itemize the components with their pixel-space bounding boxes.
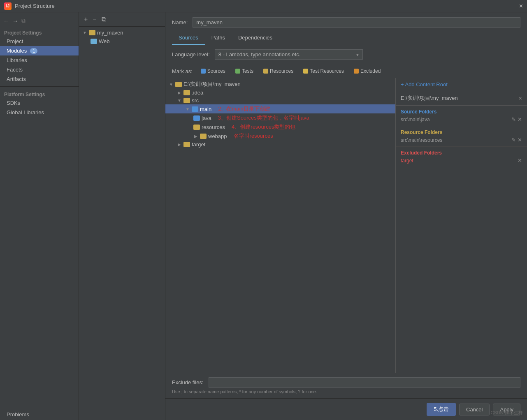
module-tree-item-my-maven[interactable]: ▼ my_maven xyxy=(79,28,165,37)
edit-resource-folder-button[interactable]: ✎ xyxy=(511,137,516,143)
lang-level-label: Language level: xyxy=(172,51,210,58)
exclude-hint-text: Use ; to separate name patterns, * for a… xyxy=(172,389,520,394)
folder-icon xyxy=(183,142,190,147)
mark-as-excluded-button[interactable]: Excluded xyxy=(351,67,384,75)
folder-blue-icon xyxy=(193,115,200,121)
main-layout: ← → ⧉ Project Settings Project Modules 1… xyxy=(0,12,527,420)
lang-select-wrapper: 8 - Lambdas, type annotations etc. 7 - D… xyxy=(215,49,363,60)
sources-color-dot xyxy=(201,69,206,74)
resource-folders-title: Resource Folders xyxy=(401,129,522,135)
sidebar-divider xyxy=(0,86,79,87)
remove-resource-folder-button[interactable]: ✕ xyxy=(518,137,522,143)
mark-as-tests-button[interactable]: Tests xyxy=(232,67,257,75)
file-tree-webapp[interactable]: ▶ webapp 名字叫resources xyxy=(165,132,395,141)
remove-source-folder-button[interactable]: ✕ xyxy=(518,116,522,122)
chevron-right-icon: ▶ xyxy=(177,142,182,147)
tree-toolbar: + − ⧉ xyxy=(79,12,165,27)
tab-sources[interactable]: Sources xyxy=(172,31,205,45)
add-content-root-button[interactable]: + Add Content Root xyxy=(396,78,527,91)
chevron-right-icon: ▶ xyxy=(193,134,198,138)
excluded-folders-section: Excluded Folders target ✕ xyxy=(396,147,527,167)
tab-paths[interactable]: Paths xyxy=(205,31,232,45)
resources-color-dot xyxy=(263,69,268,74)
close-window-button[interactable]: × xyxy=(519,3,523,9)
module-name-input[interactable] xyxy=(193,17,520,28)
file-tree-idea[interactable]: ▶ .idea xyxy=(165,89,395,97)
ok-button[interactable]: 5.点击 xyxy=(427,403,456,416)
file-tree-root[interactable]: ▼ E:\实训\项目\my_maven xyxy=(165,80,395,89)
folder-brown-icon xyxy=(193,125,200,130)
mark-as-row: Mark as: Sources Tests Resources xyxy=(165,64,527,78)
sidebar-item-label: Global Libraries xyxy=(7,109,44,115)
add-module-button[interactable]: + xyxy=(82,15,89,24)
exclude-files-label: Exclude files: xyxy=(172,379,204,385)
sidebar-item-label: Project xyxy=(7,38,23,44)
module-tree-item-web[interactable]: Web xyxy=(79,37,165,46)
source-folder-path: src\main\java xyxy=(401,117,508,122)
info-panel-close-button[interactable]: × xyxy=(519,95,522,102)
sidebar-item-modules[interactable]: Modules 1 xyxy=(0,46,79,55)
sidebar-item-libraries[interactable]: Libraries xyxy=(0,55,79,65)
sidebar-item-label: Artifacts xyxy=(7,76,26,82)
folder-blue-icon xyxy=(192,106,198,112)
copy-icon[interactable]: ⧉ xyxy=(21,17,26,24)
sidebar-item-global-libraries[interactable]: Global Libraries xyxy=(0,108,79,117)
file-tree-main[interactable]: ▼ main 2、在main目录下创建 xyxy=(165,104,395,113)
info-panel: + Add Content Root E:\实训\项目\my_maven × S… xyxy=(395,78,527,373)
chevron-down-icon: ▼ xyxy=(185,107,190,111)
lang-level-select[interactable]: 8 - Lambdas, type annotations etc. 7 - D… xyxy=(215,49,363,60)
cancel-button[interactable]: Cancel xyxy=(459,404,490,415)
modules-badge: 1 xyxy=(30,48,37,54)
source-folder-row: src\main\java ✎ ✕ xyxy=(401,116,522,122)
right-panel: Name: Sources Paths Dependencies Languag… xyxy=(165,12,527,420)
title-bar: IJ Project Structure × xyxy=(0,0,527,12)
copy-module-button[interactable]: ⧉ xyxy=(100,15,108,24)
sidebar-item-sdks[interactable]: SDKs xyxy=(0,98,79,108)
sidebar-item-problems[interactable]: Problems xyxy=(0,409,79,420)
file-tree-resources[interactable]: resources 4、创建resources类型的包 xyxy=(165,122,395,132)
window-title: Project Structure xyxy=(15,3,55,9)
sidebar-item-label: SDKs xyxy=(7,100,20,106)
nav-back-icon[interactable]: ← xyxy=(3,18,9,24)
project-settings-header: Project Settings xyxy=(0,28,79,37)
tabs-bar: Sources Paths Dependencies xyxy=(165,31,527,45)
nav-forward-icon[interactable]: → xyxy=(12,18,18,24)
remove-module-button[interactable]: − xyxy=(91,15,98,24)
bottom-area: Exclude files: Use ; to separate name pa… xyxy=(165,373,527,398)
edit-source-folder-button[interactable]: ✎ xyxy=(511,116,516,122)
nav-arrows: ← → ⧉ xyxy=(0,16,79,28)
file-tree-src[interactable]: ▼ src xyxy=(165,97,395,104)
content-area: + − ⧉ ▼ my_maven Web xyxy=(79,12,527,420)
tab-dependencies[interactable]: Dependencies xyxy=(232,31,279,45)
source-folder-actions: ✎ ✕ xyxy=(511,116,522,122)
sidebar-item-label: Facets xyxy=(7,67,23,73)
excluded-folder-path: target xyxy=(401,158,514,164)
mark-as-test-resources-button[interactable]: Test Resources xyxy=(300,67,347,75)
source-folders-title: Source Folders xyxy=(401,109,522,115)
info-panel-title: E:\实训\项目\my_maven xyxy=(401,95,458,102)
info-panel-header: E:\实训\项目\my_maven × xyxy=(396,91,527,106)
sidebar-item-artifacts[interactable]: Artifacts xyxy=(0,74,79,84)
lang-level-row: Language level: 8 - Lambdas, type annota… xyxy=(165,45,527,64)
excluded-folder-row: target ✕ xyxy=(401,157,522,164)
folder-icon xyxy=(200,134,207,139)
module-tree-panel: + − ⧉ ▼ my_maven Web xyxy=(79,12,165,420)
file-tree-java[interactable]: java 3、创建Sources类型的包，名字叫java xyxy=(165,113,395,122)
mark-as-sources-button[interactable]: Sources xyxy=(197,67,229,75)
exclude-files-input[interactable] xyxy=(209,377,520,388)
resource-folders-section: Resource Folders src\main\resources ✎ ✕ xyxy=(396,126,527,147)
sidebar-item-facets[interactable]: Facets xyxy=(0,65,79,74)
split-content: ▼ E:\实训\项目\my_maven ▶ .idea ▼ xyxy=(165,78,527,373)
sidebar: ← → ⧉ Project Settings Project Modules 1… xyxy=(0,12,79,420)
file-tree-target[interactable]: ▶ target xyxy=(165,141,395,148)
sidebar-item-project[interactable]: Project xyxy=(0,37,79,46)
module-tree: ▼ my_maven Web xyxy=(79,27,165,420)
folder-icon xyxy=(183,90,190,95)
mark-as-resources-button[interactable]: Resources xyxy=(260,67,297,75)
title-bar-left: IJ Project Structure xyxy=(4,2,55,10)
annotation-resources: 4、创建resources类型的包 xyxy=(232,123,295,131)
remove-excluded-folder-button[interactable]: ✕ xyxy=(518,157,522,164)
footer: 5.点击 Cancel Apply xyxy=(165,398,527,420)
resource-folder-row: src\main\resources ✎ ✕ xyxy=(401,137,522,143)
chevron-down-icon: ▼ xyxy=(169,82,174,87)
